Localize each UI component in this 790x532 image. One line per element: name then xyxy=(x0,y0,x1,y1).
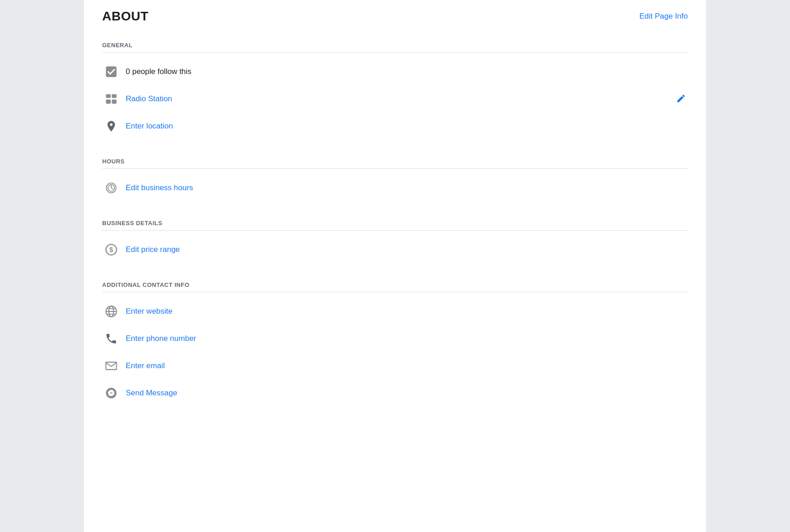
svg-point-20 xyxy=(106,388,116,398)
business-hours-link[interactable]: Edit business hours xyxy=(126,183,193,192)
business-hours-item: Edit business hours xyxy=(102,174,688,202)
clock-icon xyxy=(102,179,120,197)
left-sidebar xyxy=(0,0,84,532)
page-title: ABOUT xyxy=(102,9,148,24)
svg-rect-2 xyxy=(112,94,116,98)
location-item: Enter location xyxy=(102,113,688,140)
section-business-details: BUSINESS DETAILS $ Edit price range xyxy=(102,215,688,263)
followers-text: 0 people follow this xyxy=(126,67,192,76)
price-range-item: $ Edit price range xyxy=(102,236,688,263)
section-title-business-details: BUSINESS DETAILS xyxy=(102,215,688,227)
pencil-icon xyxy=(676,94,686,103)
email-item: Enter email xyxy=(102,352,688,379)
right-sidebar xyxy=(706,0,790,532)
phone-item: Enter phone number xyxy=(102,325,688,352)
page-header: ABOUT Edit Page Info xyxy=(102,0,688,37)
category-item: Radio Station xyxy=(102,85,688,113)
followers-item: 0 people follow this xyxy=(102,58,688,85)
checkbox-icon xyxy=(102,63,120,81)
section-divider-additional-contact xyxy=(102,292,688,292)
price-range-link[interactable]: Edit price range xyxy=(126,245,180,254)
website-item: Enter website xyxy=(102,298,688,325)
svg-rect-1 xyxy=(106,94,111,98)
section-divider-hours xyxy=(102,168,688,169)
email-icon xyxy=(102,357,120,375)
messenger-icon xyxy=(102,384,120,402)
location-link[interactable]: Enter location xyxy=(126,122,173,131)
section-title-additional-contact: ADDITIONAL CONTACT INFO xyxy=(102,277,688,288)
category-icon xyxy=(102,90,120,108)
svg-text:$: $ xyxy=(109,246,114,253)
section-title-general: GENERAL xyxy=(102,37,688,49)
edit-page-info-button[interactable]: Edit Page Info xyxy=(639,10,688,23)
category-edit-button[interactable] xyxy=(674,92,688,107)
main-content: ABOUT Edit Page Info GENERAL 0 people fo… xyxy=(84,0,706,532)
category-link[interactable]: Radio Station xyxy=(126,94,172,103)
dollar-icon: $ xyxy=(102,241,120,259)
send-message-link[interactable]: Send Message xyxy=(126,389,177,398)
location-icon xyxy=(102,117,120,135)
email-link[interactable]: Enter email xyxy=(126,361,165,370)
globe-icon xyxy=(102,302,120,320)
section-additional-contact: ADDITIONAL CONTACT INFO Enter website xyxy=(102,277,688,407)
phone-link[interactable]: Enter phone number xyxy=(126,334,196,343)
svg-point-11 xyxy=(111,187,112,188)
phone-icon xyxy=(102,330,120,348)
svg-rect-4 xyxy=(112,99,116,103)
svg-rect-3 xyxy=(106,99,111,103)
section-divider-general xyxy=(102,52,688,53)
section-hours: HOURS Edit business hours xyxy=(102,153,688,202)
section-general: GENERAL 0 people follow this xyxy=(102,37,688,140)
section-title-hours: HOURS xyxy=(102,153,688,165)
website-link[interactable]: Enter website xyxy=(126,307,173,316)
messenger-item: Send Message xyxy=(102,379,688,407)
section-divider-business-details xyxy=(102,230,688,231)
